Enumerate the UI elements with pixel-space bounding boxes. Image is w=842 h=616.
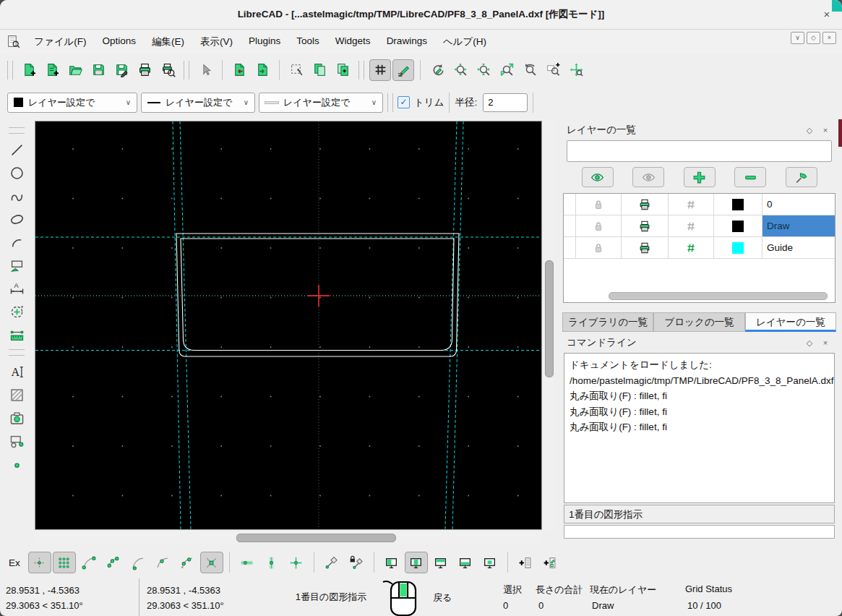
command-panel-header[interactable]: コマンドライン ◇ × xyxy=(562,334,836,351)
add-action-widget-button[interactable] xyxy=(538,552,562,573)
copy-button[interactable] xyxy=(309,59,330,81)
mdi-minimize-button[interactable]: ∨ xyxy=(791,32,804,44)
command-input[interactable] xyxy=(564,525,835,539)
snap-intersection-button[interactable] xyxy=(200,552,223,573)
layer-visibility-cell[interactable] xyxy=(564,215,576,236)
toolbar-handle[interactable] xyxy=(387,93,393,112)
menu-file[interactable]: ファイル(F) xyxy=(26,33,95,51)
select-pointer-button[interactable] xyxy=(194,59,216,81)
trim-checkbox[interactable]: ✓ xyxy=(398,96,410,108)
relative-zero-button[interactable] xyxy=(320,552,343,573)
new-from-template-button[interactable] xyxy=(41,59,63,81)
cad-canvas[interactable] xyxy=(35,121,542,530)
pen-width-combo[interactable]: レイヤー設定で ∨ xyxy=(141,93,255,113)
restrict-vertical-button[interactable] xyxy=(260,552,283,573)
hatch-tool-button[interactable] xyxy=(6,384,27,406)
new-drawing-button[interactable] xyxy=(18,59,40,81)
text-tool-button[interactable]: A xyxy=(6,361,27,382)
command-panel-float-button[interactable]: ◇ xyxy=(803,336,816,349)
tab-block-list[interactable]: ブロックの一覧 xyxy=(653,312,744,332)
pen-color-combo[interactable]: レイヤー設定で ∨ xyxy=(7,93,137,113)
layer-table-hscroll-thumb[interactable] xyxy=(609,292,828,300)
menu-options[interactable]: Options xyxy=(95,33,145,51)
zoom-pan-button[interactable] xyxy=(565,59,587,81)
menu-tools[interactable]: Tools xyxy=(288,33,327,51)
canvas-hscrollbar[interactable] xyxy=(35,531,542,543)
redraw-button[interactable] xyxy=(426,59,448,81)
layer-print-toggle[interactable] xyxy=(622,237,669,258)
image-tool-button[interactable] xyxy=(6,407,27,429)
layer-print-toggle[interactable] xyxy=(622,194,669,215)
snap-free-button[interactable] xyxy=(28,552,51,573)
layer-visibility-cell[interactable] xyxy=(564,194,576,215)
modify-tool-button[interactable] xyxy=(6,301,27,322)
dock-left-button[interactable] xyxy=(380,552,403,573)
zoom-out-button[interactable] xyxy=(473,59,494,81)
menu-edit[interactable]: 編集(E) xyxy=(144,33,192,51)
zoom-previous-button[interactable] xyxy=(519,59,541,81)
system-menu-icon[interactable] xyxy=(6,34,22,50)
layer-name[interactable]: 0 xyxy=(762,194,835,215)
hscroll-thumb[interactable] xyxy=(236,534,396,542)
snap-entity-button[interactable] xyxy=(102,552,125,573)
command-panel-close-button[interactable]: × xyxy=(819,336,832,349)
canvas-vscrollbar[interactable] xyxy=(543,121,554,530)
snap-distance-button[interactable] xyxy=(176,552,199,573)
zoom-window-button[interactable] xyxy=(542,59,564,81)
menu-view[interactable]: 表示(V) xyxy=(192,33,241,51)
layer-color-swatch[interactable] xyxy=(714,215,762,236)
dimension-tool-button[interactable]: A xyxy=(6,278,27,299)
layer-panel-close-button[interactable]: × xyxy=(819,124,832,137)
menu-drawings[interactable]: Drawings xyxy=(379,33,435,51)
layer-panel-float-button[interactable]: ◇ xyxy=(803,124,816,137)
layer-construction-toggle[interactable] xyxy=(669,215,714,236)
menu-widgets[interactable]: Widgets xyxy=(327,33,379,51)
polyline-tool-button[interactable] xyxy=(6,254,27,276)
menu-plugins[interactable]: Plugins xyxy=(241,33,288,51)
point-tool-button[interactable] xyxy=(6,453,27,475)
deselect-button[interactable] xyxy=(285,59,307,81)
undo-button[interactable] xyxy=(228,59,250,81)
modify-layer-button[interactable] xyxy=(786,167,817,187)
mdi-close-button[interactable]: × xyxy=(822,32,836,44)
layer-visibility-cell[interactable] xyxy=(564,237,576,258)
lock-relative-zero-button[interactable] xyxy=(345,552,368,573)
layer-construction-toggle[interactable] xyxy=(669,237,714,258)
dock-bottom-button[interactable] xyxy=(454,552,477,573)
radius-input[interactable] xyxy=(483,93,528,112)
save-as-button[interactable] xyxy=(111,59,132,81)
redo-button[interactable] xyxy=(252,59,273,81)
measure-tool-button[interactable] xyxy=(6,324,27,346)
restrict-orthogonal-button[interactable] xyxy=(285,552,308,573)
tab-library-list[interactable]: ライブラリの一覧 xyxy=(562,312,653,332)
restrict-horizontal-button[interactable] xyxy=(236,552,259,573)
draft-toggle-button[interactable] xyxy=(392,59,414,81)
layer-name[interactable]: Draw xyxy=(762,215,835,236)
layer-construction-toggle[interactable] xyxy=(669,194,714,215)
snap-grid-button[interactable] xyxy=(53,552,76,573)
layer-panel-header[interactable]: レイヤーの一覧 ◇ × xyxy=(562,121,836,139)
mdi-restore-button[interactable]: ◇ xyxy=(807,32,820,44)
block-tool-button[interactable] xyxy=(6,430,27,452)
layer-lock-toggle[interactable] xyxy=(576,194,622,215)
line-tool-button[interactable] xyxy=(6,139,27,161)
open-file-button[interactable] xyxy=(64,59,86,81)
zoom-in-button[interactable] xyxy=(450,59,471,81)
arc-tool-button[interactable] xyxy=(6,231,27,253)
dock-top-button[interactable] xyxy=(429,552,452,573)
snap-center-button[interactable] xyxy=(126,552,150,573)
window-titlebar[interactable]: LibreCAD - [...astelmagic/tmp/TMP/LibreC… xyxy=(0,0,842,30)
dock-center-button[interactable] xyxy=(405,552,428,573)
layer-name[interactable]: Guide xyxy=(762,237,835,258)
show-all-layers-button[interactable] xyxy=(582,167,614,187)
exclusive-snap-label[interactable]: Ex xyxy=(9,557,20,568)
toolbar-handle[interactable] xyxy=(7,61,13,80)
layer-row[interactable]: 0 xyxy=(564,194,835,215)
toolbar-handle[interactable] xyxy=(358,61,364,80)
add-command-widget-button[interactable] xyxy=(514,552,537,573)
layer-color-swatch[interactable] xyxy=(714,237,762,258)
dock-float-button[interactable] xyxy=(478,552,502,573)
layer-lock-toggle[interactable] xyxy=(576,237,622,258)
pen-style-combo[interactable]: レイヤー設定で ∨ xyxy=(259,93,383,113)
snap-middle-button[interactable] xyxy=(151,552,174,573)
